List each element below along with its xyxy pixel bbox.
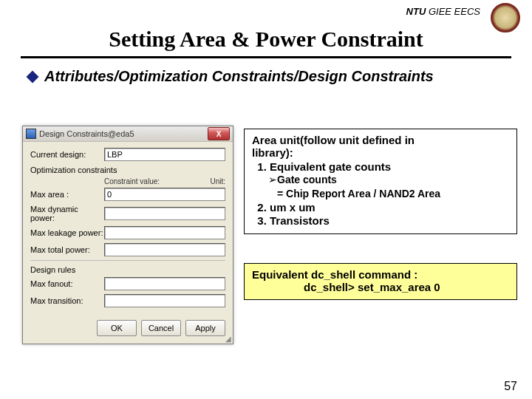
header-dept: GIEE EECS — [429, 6, 480, 17]
resize-grip-icon[interactable]: ◢ — [225, 336, 231, 342]
info1-item2: um x um — [270, 201, 509, 214]
max-total-power-label: Max total power: — [30, 245, 104, 254]
info1-sub1: Gate counts — [277, 174, 337, 185]
optimization-constraints-label: Optimization constraints — [30, 166, 225, 174]
max-area-label: Max area : — [30, 190, 104, 199]
current-design-field[interactable]: LBP — [104, 148, 225, 161]
max-fanout-label: Max fanout: — [30, 279, 104, 288]
max-fanout-field[interactable] — [104, 277, 225, 290]
max-transition-field[interactable] — [104, 294, 225, 307]
dc-shell-command-box: Equivalent dc_shell command : dc_shell> … — [244, 263, 517, 300]
close-button[interactable]: X — [208, 127, 230, 140]
area-unit-info-box: Area unit(follow unit defined in library… — [244, 129, 517, 234]
max-dynamic-power-label: Max dynamic power: — [30, 205, 104, 222]
title-underline — [21, 56, 511, 58]
info1-heading-a: Area unit(follow unit defined in — [252, 134, 415, 146]
design-constraints-dialog: Design Constraints@eda5 X Current design… — [22, 126, 233, 344]
max-total-power-field[interactable] — [104, 243, 225, 256]
dialog-buttons: OK Cancel Apply — [23, 314, 233, 344]
ok-button[interactable]: OK — [97, 320, 137, 336]
design-rules-label: Design rules — [30, 265, 225, 274]
arrow-icon: ➢ — [268, 174, 277, 185]
col-unit-label: Unit: — [210, 177, 225, 185]
col-value-label: Constraint value: — [104, 177, 160, 185]
max-dynamic-power-field[interactable] — [104, 207, 225, 220]
app-icon — [26, 129, 36, 139]
page-number: 57 — [504, 380, 517, 393]
area-unit-list: Equivalent gate counts — [252, 160, 509, 173]
max-leakage-power-field[interactable] — [104, 226, 225, 239]
info1-sub1-eq: = Chip Report Area / NAND2 Area — [252, 188, 509, 200]
header-ntu: NTU — [406, 6, 426, 17]
header-institution: NTU GIEE EECS — [406, 6, 480, 17]
apply-button[interactable]: Apply — [185, 320, 225, 336]
cancel-button[interactable]: Cancel — [141, 320, 181, 336]
column-headers: Constraint value: Unit: — [30, 177, 225, 185]
separator — [30, 260, 225, 261]
max-transition-label: Max transition: — [30, 296, 104, 305]
bullet-row: Attributes/Optimization Constraints/Desi… — [28, 68, 434, 85]
max-area-field[interactable]: 0 — [104, 188, 225, 201]
close-icon: X — [216, 130, 222, 138]
dialog-titlebar: Design Constraints@eda5 X — [23, 126, 233, 142]
info1-heading-b: library): — [252, 146, 293, 159]
info1-item1: Equivalent gate counts — [270, 160, 509, 173]
page-title: Setting Area & Power Constraint — [0, 27, 532, 52]
info2-line2: dc_shell> set_max_area 0 — [252, 281, 509, 293]
current-design-label: Current design: — [30, 150, 104, 159]
info2-line1: Equivalent dc_shell command : — [252, 268, 417, 281]
info1-item3: Transistors — [270, 214, 509, 227]
diamond-bullet-icon — [27, 71, 39, 83]
dialog-title: Design Constraints@eda5 — [39, 129, 134, 138]
max-leakage-power-label: Max leakage power: — [30, 228, 104, 237]
menu-path: Attributes/Optimization Constraints/Desi… — [44, 68, 434, 85]
